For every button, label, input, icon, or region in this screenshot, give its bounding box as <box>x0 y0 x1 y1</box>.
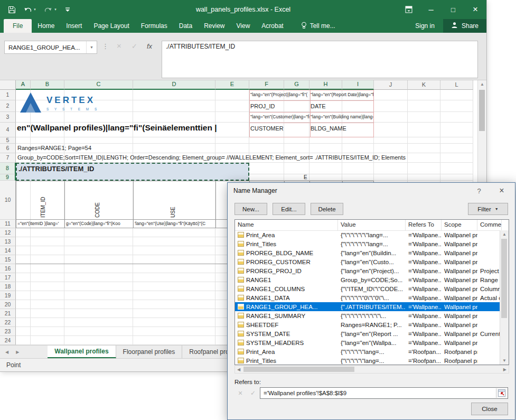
sign-in-button[interactable]: Sign in <box>407 19 443 33</box>
row-header-18[interactable]: 18 <box>0 282 16 291</box>
nm-row-range1-summary[interactable]: RANGE1_SUMMARY{"\"\"\"\"\"\"\"\"\"\...='… <box>235 311 500 320</box>
list-vertical-scrollbar-thumb[interactable] <box>501 239 507 318</box>
column-header-G[interactable]: G <box>284 80 309 90</box>
column-header-E[interactable]: E <box>215 80 249 90</box>
cell-f2[interactable]: PROJ_ID <box>250 103 275 109</box>
vertical-header-code[interactable]: CODE <box>95 183 100 218</box>
vertical-header-use[interactable]: USE <box>170 183 176 218</box>
share-button[interactable]: Share <box>443 19 486 33</box>
refers-confirm-icon[interactable]: ✓ <box>247 387 259 399</box>
ribbon-display-options-icon[interactable] <box>398 0 420 19</box>
ribbon-tab-insert[interactable]: Insert <box>60 19 88 33</box>
nm-column-header-refers-to[interactable]: Refers To <box>406 220 442 230</box>
column-header-D[interactable]: D <box>133 80 215 90</box>
ribbon-tab-home[interactable]: Home <box>32 19 60 33</box>
cancel-icon[interactable]: × <box>117 41 121 50</box>
cell-a7[interactable]: Group_by=CODE;Sort=ITEM_ID|LENGTH; Order… <box>17 154 472 161</box>
filter-button[interactable]: Filter ▼ <box>468 203 508 215</box>
refers-cancel-icon[interactable]: × <box>234 387 246 399</box>
nm-row-print-titles[interactable]: Print_Titles{"\"\"\"\"\"lang=...='Roofpa… <box>235 356 500 365</box>
column-header-A[interactable]: A <box>16 80 31 90</box>
nm-row-range1-columns[interactable]: RANGE1_COLUMNS{"\"ITEM_ID\"\"CODE...='Wa… <box>235 284 500 293</box>
cell-f3[interactable]: "lang="en"(Customer)|lang="fi <box>250 114 309 119</box>
cell-f4[interactable]: CUSTOMER <box>250 125 284 132</box>
row-header-10[interactable]: 10 <box>0 181 16 220</box>
row-header-4[interactable]: 4 <box>0 123 16 137</box>
nm-row-range1[interactable]: RANGE1Group_by=CODE;So...='Wallpane...Wa… <box>235 275 500 284</box>
column-header-C[interactable]: C <box>64 80 133 90</box>
cell-a11[interactable]: ="en"(ItemID )|lang=' <box>17 221 64 226</box>
row-header-7[interactable]: 7 <box>0 153 16 163</box>
nm-row-proreg-bldg-name[interactable]: PROREG_BLDG_NAME{"lang="en"(Buildin...='… <box>235 248 500 257</box>
row-header-16[interactable]: 16 <box>0 264 16 273</box>
cell-f1[interactable]: "lang="en"(Project)|lang="fi"( <box>250 92 309 97</box>
new-button[interactable]: New... <box>234 203 267 215</box>
column-header-L[interactable]: L <box>440 80 473 90</box>
nm-row-proreg-customer[interactable]: PROREG_CUSTOMER{"lang="en"(Custo...='Wal… <box>235 257 500 266</box>
names-list-horizontal-scrollbar[interactable]: ◀ ▶ <box>234 365 509 374</box>
row-header-15[interactable]: 15 <box>0 255 16 264</box>
edit-button[interactable]: Edit... <box>273 203 305 215</box>
column-header-F[interactable]: F <box>249 80 284 90</box>
nm-row-sheetdef[interactable]: SHEETDEFRanges=RANGE1; P...='Wallpane...… <box>235 320 500 329</box>
row-header-21[interactable]: 21 <box>0 309 16 318</box>
ribbon-tab-data[interactable]: Data <box>173 19 198 33</box>
row-header-1[interactable]: 1 <box>0 90 16 100</box>
nm-row-print-area[interactable]: Print_Area{"\"\"\"\"\"lang=...='Roofpan.… <box>235 347 500 356</box>
row-header-2[interactable]: 2 <box>0 100 16 112</box>
name-box[interactable]: RANGE1_GROUP_HEA... ▼ <box>4 41 97 54</box>
row-header-12[interactable]: 12 <box>0 228 16 237</box>
refers-to-input[interactable]: ='Wallpanel profiles'!$A$8:$I$9 <box>260 387 508 399</box>
row-header-24[interactable]: 24 <box>0 336 16 345</box>
names-list-vertical-scrollbar[interactable]: ▲ ▼ <box>500 230 509 365</box>
nm-row-range1-data[interactable]: RANGE1_DATA{"\"\"\"\"\"0\"\"0\"\...='Wal… <box>235 293 500 302</box>
column-header-K[interactable]: K <box>408 80 440 90</box>
row-header-23[interactable]: 23 <box>0 327 16 336</box>
column-header-J[interactable]: J <box>374 80 408 90</box>
cell-h4[interactable]: BLDG_NAME <box>311 125 346 132</box>
row-header-20[interactable]: 20 <box>0 300 16 309</box>
close-button[interactable]: × <box>464 0 486 19</box>
cell-h9[interactable]: E <box>304 174 307 180</box>
row-header-11[interactable]: 11 <box>0 220 16 228</box>
column-header-H[interactable]: H <box>309 80 342 90</box>
row-header-14[interactable]: 14 <box>0 246 16 255</box>
row-header-17[interactable]: 17 <box>0 273 16 282</box>
nm-row-print-area[interactable]: Print_Area{"\"\"\"\"\"\"lang=...='Wallpa… <box>235 230 500 239</box>
nm-row-print-titles[interactable]: Print_Titles{"\"\"\"\"\"\"lang=...='Wall… <box>235 239 500 248</box>
list-scroll-down-icon[interactable]: ▼ <box>500 358 509 363</box>
list-scroll-up-icon[interactable]: ▲ <box>500 232 509 237</box>
column-header-B[interactable]: B <box>31 80 64 90</box>
row-header-22[interactable]: 22 <box>0 318 16 327</box>
row-header-3[interactable]: 3 <box>0 112 16 123</box>
dialog-close-icon[interactable]: × <box>492 183 512 199</box>
column-header-I[interactable]: I <box>342 80 374 90</box>
dialog-help-icon[interactable]: ? <box>471 183 487 199</box>
row-header-19[interactable]: 19 <box>0 291 16 300</box>
nm-column-header-name[interactable]: Name <box>235 220 338 230</box>
tell-me-box[interactable]: Tell me... <box>295 19 342 33</box>
row-header-5[interactable]: 5 <box>0 137 16 144</box>
tab-nav-left-icon[interactable]: ◀ <box>5 350 8 354</box>
nm-column-header-value[interactable]: Value <box>338 220 406 230</box>
collapse-dialog-range-icon[interactable] <box>496 388 507 398</box>
delete-button[interactable]: Delete <box>311 203 343 215</box>
nm-row-range1-group-hea-[interactable]: RANGE1_GROUP_HEA...{"./ATTRIBUTES/ITEM..… <box>235 302 500 311</box>
list-horizontal-scrollbar-thumb[interactable] <box>243 367 354 372</box>
cell-a4-report-title[interactable]: en"(Wallpanel profiles)|lang="fi"(Seinäe… <box>17 123 250 133</box>
ribbon-tab-page-layout[interactable]: Page Layout <box>88 19 135 33</box>
insert-function-icon[interactable]: fx <box>147 42 152 50</box>
sheet-tab-wallpanel-profiles[interactable]: Wallpanel profiles <box>48 346 116 358</box>
cell-a8-active[interactable]: ./ATTRIBUTES/ITEM_ID <box>18 165 94 173</box>
vertical-header-item-id[interactable]: ITEM_ID <box>40 183 46 218</box>
row-header-9[interactable]: 9 <box>0 174 16 181</box>
list-scroll-right-icon[interactable]: ▶ <box>503 367 506 372</box>
cell-h1[interactable]: "lang="en"(Report Date)|lang="f <box>311 92 373 97</box>
name-box-dropdown-icon[interactable]: ▼ <box>86 41 97 53</box>
cell-c11[interactable]: g="en"(Code)|lang="fi"(Koo <box>66 221 132 226</box>
list-scroll-left-icon[interactable]: ◀ <box>237 367 240 372</box>
sheet-tab-floorpanel-profiles[interactable]: Floorpanel profiles <box>116 346 183 358</box>
cell-h2[interactable]: DATE <box>311 103 326 109</box>
row-header-8[interactable]: 8 <box>0 163 16 174</box>
nm-column-header-comment[interactable]: Comment <box>477 220 502 230</box>
